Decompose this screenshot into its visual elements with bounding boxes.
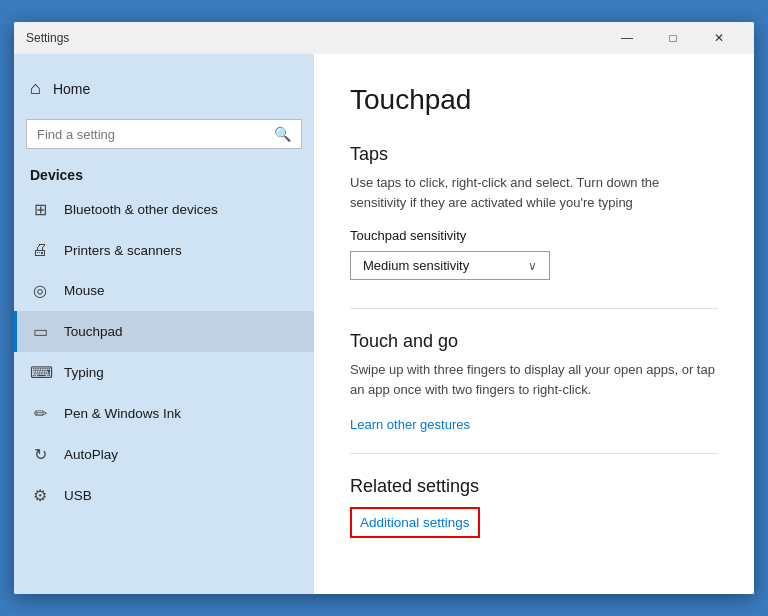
settings-window: Settings — □ ✕ ⌂ Home 🔍 Devices ⊞ Blueto… xyxy=(14,22,754,594)
main-content: Touchpad Taps Use taps to click, right-c… xyxy=(314,54,754,594)
sidebar-item-label: Printers & scanners xyxy=(64,243,182,258)
mouse-icon: ◎ xyxy=(30,281,50,300)
title-bar: Settings — □ ✕ xyxy=(14,22,754,54)
section-divider xyxy=(350,308,718,309)
close-button[interactable]: ✕ xyxy=(696,22,742,54)
touchpad-icon: ▭ xyxy=(30,322,50,341)
section-divider-2 xyxy=(350,453,718,454)
sidebar: ⌂ Home 🔍 Devices ⊞ Bluetooth & other dev… xyxy=(14,54,314,594)
window-controls: — □ ✕ xyxy=(604,22,742,54)
sidebar-item-pen[interactable]: ✏ Pen & Windows Ink xyxy=(14,393,314,434)
taps-section-title: Taps xyxy=(350,144,718,165)
touch-and-go-title: Touch and go xyxy=(350,331,718,352)
content-area: ⌂ Home 🔍 Devices ⊞ Bluetooth & other dev… xyxy=(14,54,754,594)
sidebar-item-label: Bluetooth & other devices xyxy=(64,202,218,217)
sensitivity-label: Touchpad sensitivity xyxy=(350,228,718,243)
typing-icon: ⌨ xyxy=(30,363,50,382)
printers-icon: 🖨 xyxy=(30,241,50,259)
minimize-button[interactable]: — xyxy=(604,22,650,54)
sidebar-item-label: AutoPlay xyxy=(64,447,118,462)
usb-icon: ⚙ xyxy=(30,486,50,505)
sidebar-item-usb[interactable]: ⚙ USB xyxy=(14,475,314,516)
sidebar-item-typing[interactable]: ⌨ Typing xyxy=(14,352,314,393)
touch-and-go-desc: Swipe up with three fingers to display a… xyxy=(350,360,718,399)
related-settings-title: Related settings xyxy=(350,476,718,497)
learn-gestures-link[interactable]: Learn other gestures xyxy=(350,417,470,432)
search-input[interactable] xyxy=(37,127,266,142)
additional-settings-link[interactable]: Additional settings xyxy=(350,507,480,538)
search-icon: 🔍 xyxy=(274,126,291,142)
sidebar-home-label: Home xyxy=(53,81,90,97)
sensitivity-dropdown[interactable]: Medium sensitivity ∨ xyxy=(350,251,550,280)
sidebar-item-label: USB xyxy=(64,488,92,503)
maximize-button[interactable]: □ xyxy=(650,22,696,54)
sidebar-item-autoplay[interactable]: ↻ AutoPlay xyxy=(14,434,314,475)
sidebar-item-label: Typing xyxy=(64,365,104,380)
sidebar-item-label: Mouse xyxy=(64,283,105,298)
sidebar-item-mouse[interactable]: ◎ Mouse xyxy=(14,270,314,311)
sidebar-section-label: Devices xyxy=(14,157,314,189)
window-title: Settings xyxy=(26,31,604,45)
sidebar-item-label: Touchpad xyxy=(64,324,123,339)
taps-section-desc: Use taps to click, right-click and selec… xyxy=(350,173,718,212)
sidebar-item-bluetooth[interactable]: ⊞ Bluetooth & other devices xyxy=(14,189,314,230)
sidebar-item-label: Pen & Windows Ink xyxy=(64,406,181,421)
sidebar-item-touchpad[interactable]: ▭ Touchpad xyxy=(14,311,314,352)
sidebar-home-link[interactable]: ⌂ Home xyxy=(14,66,314,111)
pen-icon: ✏ xyxy=(30,404,50,423)
chevron-down-icon: ∨ xyxy=(528,259,537,273)
bluetooth-icon: ⊞ xyxy=(30,200,50,219)
page-title: Touchpad xyxy=(350,84,718,116)
autoplay-icon: ↻ xyxy=(30,445,50,464)
sensitivity-value: Medium sensitivity xyxy=(363,258,469,273)
home-icon: ⌂ xyxy=(30,78,41,99)
search-box[interactable]: 🔍 xyxy=(26,119,302,149)
sidebar-item-printers[interactable]: 🖨 Printers & scanners xyxy=(14,230,314,270)
